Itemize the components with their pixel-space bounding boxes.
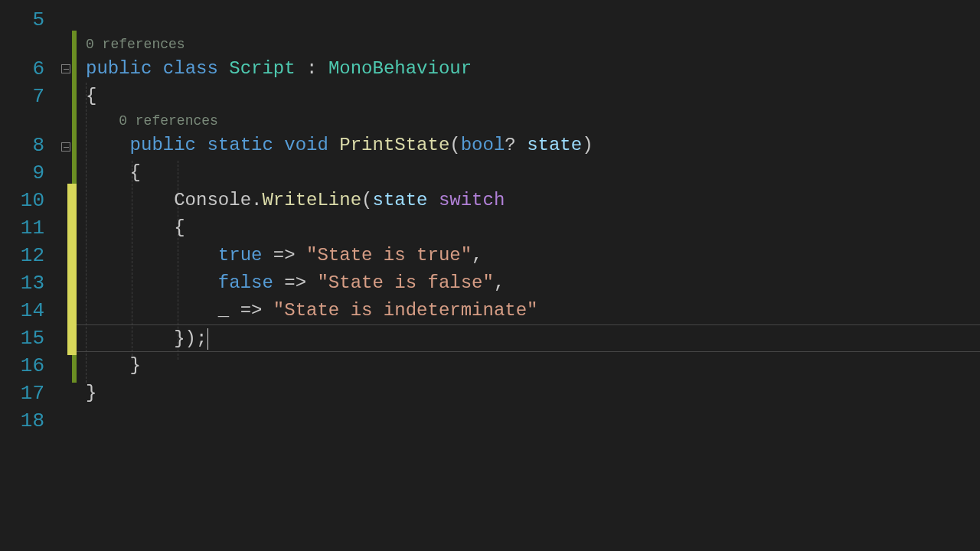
code-text-area[interactable]: 0 references public class Script : MonoB… [77, 0, 980, 551]
change-indicator-yellow [67, 184, 77, 355]
code-line-17[interactable]: } [77, 380, 980, 407]
code-line-5[interactable] [77, 6, 980, 34]
line-number: 18 [0, 407, 54, 435]
fold-button[interactable] [61, 64, 70, 73]
codelens-spacer [0, 110, 54, 132]
code-line-18[interactable] [77, 407, 980, 435]
line-number: 15 [0, 324, 54, 352]
line-number: 16 [0, 352, 54, 380]
line-number: 11 [0, 214, 54, 242]
line-number: 6 [0, 55, 54, 83]
code-line-14[interactable]: _ => "State is indeterminate" [77, 297, 980, 324]
codelens-spacer [0, 34, 54, 55]
code-line-9[interactable]: { [77, 159, 980, 187]
code-line-8[interactable]: public static void PrintState(bool? stat… [77, 132, 980, 159]
line-number: 8 [0, 132, 54, 159]
line-number: 9 [0, 159, 54, 187]
code-line-16[interactable]: } [77, 352, 980, 380]
codelens-references[interactable]: 0 references [77, 34, 980, 55]
code-line-15-current[interactable]: }); [77, 324, 980, 352]
line-number: 13 [0, 269, 54, 297]
line-number: 12 [0, 242, 54, 269]
line-number: 10 [0, 187, 54, 214]
code-line-6[interactable]: public class Script : MonoBehaviour [77, 55, 980, 83]
code-line-11[interactable]: { [77, 214, 980, 242]
codelens-references[interactable]: 0 references [77, 110, 980, 132]
fold-button[interactable] [61, 142, 70, 152]
text-caret [207, 328, 208, 350]
line-number: 5 [0, 6, 54, 34]
code-line-13[interactable]: false => "State is false", [77, 269, 980, 297]
code-line-7[interactable]: { [77, 83, 980, 110]
code-editor[interactable]: 5 6 7 8 9 10 11 12 13 14 15 16 17 18 0 r… [0, 0, 980, 551]
code-line-12[interactable]: true => "State is true", [77, 242, 980, 269]
code-line-10[interactable]: Console.WriteLine(state switch [77, 187, 980, 214]
line-number: 17 [0, 380, 54, 407]
line-number-gutter: 5 6 7 8 9 10 11 12 13 14 15 16 17 18 [0, 0, 54, 551]
line-number: 7 [0, 83, 54, 110]
change-margin [54, 0, 77, 551]
line-number: 14 [0, 297, 54, 324]
